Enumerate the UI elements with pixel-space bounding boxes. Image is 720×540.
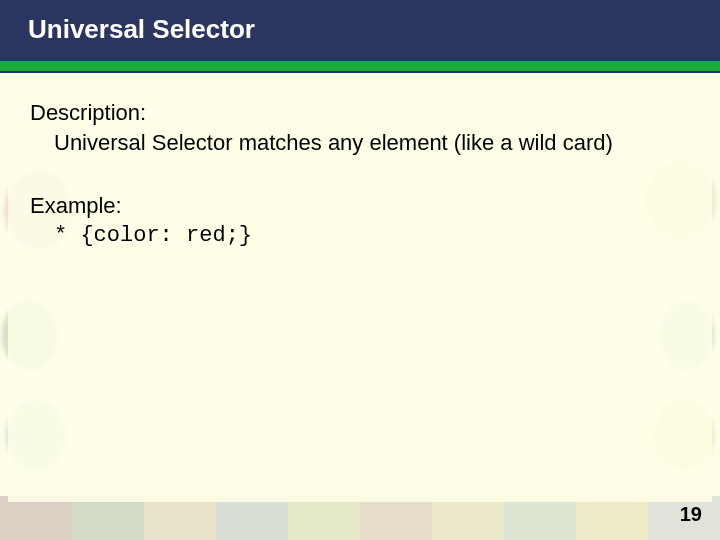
slide-body: Description: Universal Selector matches … <box>0 73 720 249</box>
description-label: Description: <box>30 99 690 127</box>
accent-bar <box>0 59 720 73</box>
description-text: Universal Selector matches any element (… <box>30 129 690 157</box>
slide-title-bar: Universal Selector <box>0 0 720 59</box>
decorative-bottom-strip <box>0 496 720 540</box>
example-label: Example: <box>30 192 690 220</box>
example-code: * {color: red;} <box>30 222 690 250</box>
slide-title: Universal Selector <box>28 14 255 44</box>
page-number: 19 <box>680 503 702 526</box>
